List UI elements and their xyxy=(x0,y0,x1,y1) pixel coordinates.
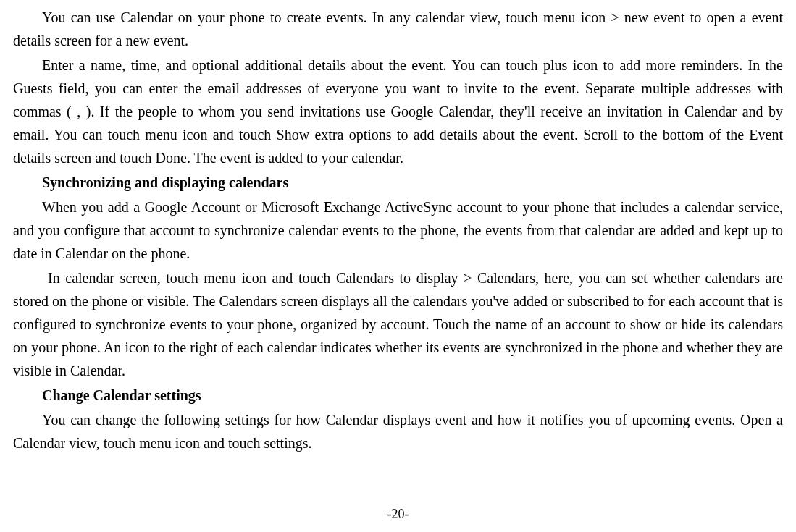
heading-change-settings: Change Calendar settings xyxy=(13,384,783,407)
paragraph-calendar-display: In calendar screen, touch menu icon and … xyxy=(13,266,783,382)
page-number: -20- xyxy=(0,504,796,525)
paragraph-event-details: Enter a name, time, and optional additio… xyxy=(13,54,783,169)
heading-sync-calendars: Synchronizing and displaying calendars xyxy=(13,171,783,194)
paragraph-change-settings: You can change the following settings fo… xyxy=(13,408,783,455)
paragraph-create-events: You can use Calendar on your phone to cr… xyxy=(13,6,783,52)
paragraph-sync-account: When you add a Google Account or Microso… xyxy=(13,195,783,265)
document-content: You can use Calendar on your phone to cr… xyxy=(13,6,783,455)
